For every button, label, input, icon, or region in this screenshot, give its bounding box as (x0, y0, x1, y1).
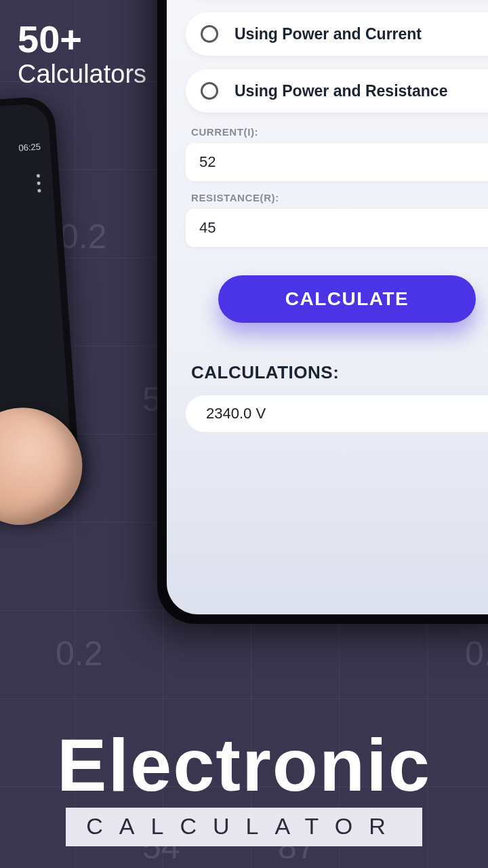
status-time: 06:25 (18, 141, 41, 153)
more-icon (37, 174, 41, 193)
option-power-current[interactable]: Using Power and Current (186, 12, 488, 56)
promo-title: Electronic CALCULATOR (0, 728, 488, 846)
title-sub-box: CALCULATOR (66, 808, 422, 846)
count-badge: 50+ Calculators (18, 20, 146, 89)
option-power-resistance[interactable]: Using Power and Resistance (186, 69, 488, 113)
app-screen: Using Current and Resistance Using Power… (167, 0, 488, 614)
bg-number: 0. (465, 634, 488, 673)
radio-unselected-icon (201, 82, 218, 100)
current-label: CURRENT(I): (191, 126, 488, 138)
title-sub: CALCULATOR (86, 813, 401, 839)
resistance-input[interactable]: 45 (186, 209, 488, 247)
calculations-heading: CALCULATIONS: (191, 362, 488, 383)
bg-number: 0.2 (56, 634, 103, 673)
radio-unselected-icon (201, 25, 218, 43)
option-label: Using Power and Current (235, 25, 422, 43)
badge-label: Calculators (18, 60, 146, 89)
phone-bezel: Using Current and Resistance Using Power… (167, 0, 488, 614)
primary-phone-mock: Using Current and Resistance Using Power… (157, 0, 488, 624)
current-input[interactable]: 52 (186, 143, 488, 181)
bg-number: 0.2 (60, 217, 107, 256)
option-label: Using Power and Resistance (235, 82, 447, 100)
resistance-label: RESISTANCE(R): (191, 192, 488, 203)
title-main: Electronic (0, 728, 488, 802)
calculation-result: 2340.0 V (186, 395, 488, 432)
calculate-button[interactable]: CALCULATE (218, 275, 476, 323)
badge-count: 50+ (18, 20, 146, 58)
promo-stage: 0.2 5 0.2 0. 54 87 06:25 50+ Calculators… (0, 0, 488, 868)
